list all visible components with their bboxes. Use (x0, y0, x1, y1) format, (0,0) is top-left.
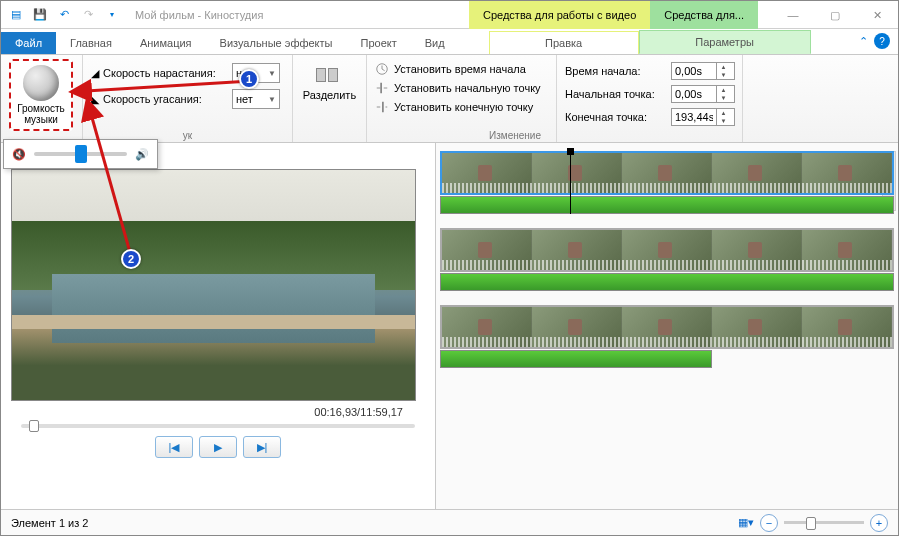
split-button[interactable]: Разделить (295, 59, 364, 107)
prev-frame-button[interactable]: |◀ (155, 436, 193, 458)
group-change-label: Изменение (367, 130, 663, 141)
volume-icon: 🔊 (135, 148, 149, 161)
audio-clip-2[interactable] (440, 273, 894, 291)
tab-visual-effects[interactable]: Визуальные эффекты (206, 32, 347, 54)
content-area: 🔇 🔊 00:16,93/11:59,17 |◀ ▶ ▶| (1, 143, 898, 509)
window-buttons: — ▢ ✕ (772, 1, 898, 29)
tab-file[interactable]: Файл (1, 32, 56, 54)
set-start-point-button[interactable]: Установить начальную точку (375, 81, 548, 95)
playhead[interactable] (570, 151, 571, 214)
context-tab-audio[interactable]: Средства для... (650, 1, 758, 29)
set-end-point-button[interactable]: Установить конечную точку (375, 100, 548, 114)
volume-thumb[interactable] (75, 145, 87, 163)
start-point-label: Начальная точка: (565, 85, 655, 103)
quick-access-toolbar: ▤ 💾 ↶ ↷ ▾ (1, 6, 127, 24)
fade-out-label: Скорость угасания: (103, 93, 228, 105)
seekbar[interactable] (21, 424, 415, 428)
start-time-label: Время начала: (565, 62, 655, 80)
mute-icon[interactable]: 🔇 (12, 148, 26, 161)
fade-out-combo[interactable]: нет▼ (232, 89, 280, 109)
play-button[interactable]: ▶ (199, 436, 237, 458)
context-tabs: Средства для работы с видео Средства для… (469, 1, 758, 29)
tab-view[interactable]: Вид (411, 32, 459, 54)
time-display: 00:16,93/11:59,17 (11, 401, 425, 420)
zoom-controls: ▦▾ − + (738, 514, 888, 532)
volume-slider[interactable] (34, 152, 127, 156)
window-title: Мой фильм - Киностудия (135, 9, 263, 21)
timeline-pane[interactable] (435, 143, 898, 509)
fade-in-label: Скорость нарастания: (103, 67, 228, 79)
save-icon[interactable]: 💾 (31, 6, 49, 24)
titlebar: ▤ 💾 ↶ ↷ ▾ Мой фильм - Киностудия Средств… (1, 1, 898, 29)
qat-dropdown-icon[interactable]: ▾ (103, 6, 121, 24)
tab-edit[interactable]: Правка (489, 31, 639, 54)
zoom-out-button[interactable]: − (760, 514, 778, 532)
split-label: Разделить (303, 89, 356, 101)
tab-home[interactable]: Главная (56, 32, 126, 54)
fade-icon: ◢ (91, 67, 99, 80)
maximize-button[interactable]: ▢ (814, 1, 856, 29)
volume-popup: 🔇 🔊 (3, 139, 158, 169)
set-start-time-button[interactable]: Установить время начала (375, 62, 548, 76)
music-volume-label: Громкость музыки (17, 103, 65, 125)
tab-project[interactable]: Проект (346, 32, 410, 54)
video-clip-1[interactable] (440, 151, 894, 195)
collapse-ribbon-icon[interactable]: ⌃ (859, 35, 868, 48)
preview-pane: 🔇 🔊 00:16,93/11:59,17 |◀ ▶ ▶| (1, 143, 435, 509)
audio-clip-3[interactable] (440, 350, 712, 368)
undo-icon[interactable]: ↶ (55, 6, 73, 24)
start-point-field[interactable]: ▲▼ (671, 85, 735, 103)
fade-icon: ◣ (91, 93, 99, 106)
close-button[interactable]: ✕ (856, 1, 898, 29)
tab-animation[interactable]: Анимация (126, 32, 206, 54)
help-icon[interactable]: ? (874, 33, 890, 49)
video-clip-2[interactable] (440, 228, 894, 272)
zoom-slider[interactable] (784, 521, 864, 524)
start-time-field[interactable]: ▲▼ (671, 62, 735, 80)
music-volume-button[interactable]: Громкость музыки (9, 59, 73, 131)
redo-icon[interactable]: ↷ (79, 6, 97, 24)
svg-rect-2 (382, 102, 384, 113)
status-element: Элемент 1 из 2 (11, 517, 88, 529)
next-frame-button[interactable]: ▶| (243, 436, 281, 458)
end-point-label: Конечная точка: (565, 108, 655, 126)
audio-clip-1[interactable] (440, 196, 894, 214)
annotation-badge-1: 1 (239, 69, 259, 89)
end-point-field[interactable]: ▲▼ (671, 108, 735, 126)
app-icon[interactable]: ▤ (7, 6, 25, 24)
speaker-icon (23, 65, 59, 101)
video-clip-3[interactable] (440, 305, 894, 349)
minimize-button[interactable]: — (772, 1, 814, 29)
thumbnail-view-icon[interactable]: ▦▾ (738, 516, 754, 529)
split-icon (316, 65, 344, 85)
statusbar: Элемент 1 из 2 ▦▾ − + (1, 509, 898, 535)
preview-monitor[interactable] (11, 169, 416, 401)
transport-controls: |◀ ▶ ▶| (11, 436, 425, 458)
svg-rect-1 (380, 83, 382, 94)
ribbon: Громкость музыки ◢ Скорость нарастания: … (1, 55, 898, 143)
annotation-badge-2: 2 (121, 249, 141, 269)
zoom-in-button[interactable]: + (870, 514, 888, 532)
tab-params[interactable]: Параметры (639, 30, 811, 54)
ribbon-tabs: Файл Главная Анимация Визуальные эффекты… (1, 29, 898, 55)
context-tab-video[interactable]: Средства для работы с видео (469, 1, 650, 29)
